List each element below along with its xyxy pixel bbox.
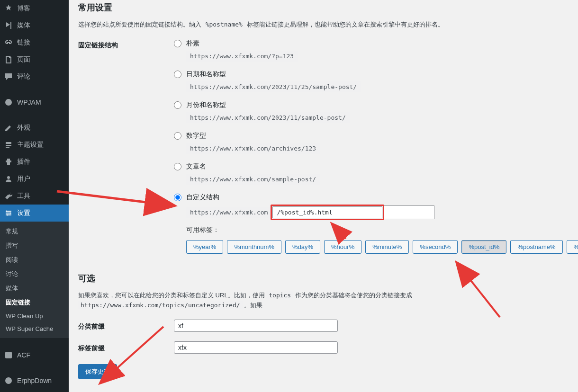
svg-point-1 [7, 176, 10, 179]
menu-separator [0, 111, 69, 119]
pin-icon [4, 4, 13, 13]
radio-label: 数字型 [186, 132, 206, 140]
radio-input-postname[interactable] [174, 163, 181, 170]
desc-text: 如果您喜欢，您可以在此给您的分类和标签自定义 URL。比如，使用 [78, 292, 266, 299]
menu-label: 链接 [17, 38, 30, 47]
radio-label: 自定义结构 [186, 193, 219, 202]
custom-permalink-input-row: https://www.xfxmk.com [186, 205, 578, 220]
radio-label: 朴素 [186, 39, 199, 48]
menu-label: 博客 [17, 4, 30, 13]
menu-item-links[interactable]: 链接 [0, 34, 69, 51]
radio-input-dayname[interactable] [174, 71, 181, 78]
submenu-item-permalinks[interactable]: 固定链接 [0, 295, 69, 310]
topics-code: topics [266, 291, 293, 299]
radio-label: 月份和名称型 [186, 101, 226, 109]
menu-item-settings[interactable]: 设置 [0, 205, 69, 222]
generic-icon [4, 98, 13, 107]
menu-label: ErphpDown [17, 377, 52, 384]
annotation-highlight-box [271, 205, 384, 220]
custom-prefix-code: https://www.xfxmk.com [186, 207, 271, 218]
permalink-radio-numeric[interactable]: 数字型 [174, 132, 578, 140]
example-code: https://www.xfxmk.com/archives/123 [186, 143, 320, 154]
menu-label: 评论 [17, 72, 30, 81]
permalink-radio-dayname[interactable]: 日期和名称型 [174, 70, 578, 79]
menu-label: WPJAM [17, 98, 41, 106]
tag-button-monthnum[interactable]: %monthnum% [227, 240, 281, 254]
page-icon [4, 55, 13, 64]
menu-item-pages[interactable]: 页面 [0, 51, 69, 68]
svg-point-4 [7, 214, 9, 216]
radio-label: 文章名 [186, 162, 206, 171]
submenu-item-discussion[interactable]: 讨论 [0, 267, 69, 281]
user-icon [4, 174, 13, 184]
menu-item-tools[interactable]: 工具 [0, 187, 69, 205]
menu-item-acf[interactable]: ACF [0, 347, 69, 364]
permalink-example-plain: https://www.xfxmk.com/?p=123 [186, 51, 578, 62]
permalink-radio-postname[interactable]: 文章名 [174, 162, 578, 171]
submenu-item-general[interactable]: 常规 [0, 224, 69, 239]
menu-item-themesettings[interactable]: 主题设置 [0, 136, 69, 153]
radio-input-plain[interactable] [174, 40, 181, 47]
permalink-radio-monthname[interactable]: 月份和名称型 [174, 101, 578, 109]
example-code: https://www.xfxmk.com/2023/11/sample-pos… [186, 112, 350, 123]
menu-separator [0, 85, 69, 94]
category-prefix-row: 分类前缀 [78, 320, 569, 332]
tag-prefix-input[interactable] [174, 341, 338, 354]
submenu-item-media[interactable]: 媒体 [0, 281, 69, 295]
desc-text: 作为您的分类基础将会使您的分类链接变成 [295, 292, 412, 299]
save-changes-button[interactable]: 保存更改 [78, 364, 117, 379]
generic-icon [4, 376, 13, 385]
submenu-item-wpcleanup[interactable]: WP Clean Up [0, 310, 69, 322]
menu-item-users[interactable]: 用户 [0, 170, 69, 187]
tag-button-postid[interactable]: %post_id% [461, 240, 506, 254]
category-prefix-input[interactable] [174, 320, 338, 332]
menu-item-appearance[interactable]: 外观 [0, 119, 69, 136]
tag-button-year[interactable]: %year% [186, 240, 223, 254]
tool-icon [4, 191, 13, 201]
common-settings-heading: 常用设置 [78, 2, 569, 13]
submenu-item-wpsupercache[interactable]: WP Super Cache [0, 322, 69, 335]
common-settings-desc: 选择您的站点所要使用的固定链接结构。纳入 %postname% 标签能让链接更易… [78, 20, 569, 30]
tag-button-second[interactable]: %second% [413, 240, 458, 254]
menu-item-erphpdown[interactable]: ErphpDown [0, 372, 69, 389]
permalink-structure-field: 朴素 https://www.xfxmk.com/?p=123 日期和名称型 h… [174, 39, 578, 254]
link-icon [4, 38, 13, 47]
radio-input-custom[interactable] [174, 194, 181, 201]
tag-prefix-label: 标签前缀 [78, 342, 174, 353]
menu-item-media[interactable]: 媒体 [0, 17, 69, 34]
svg-point-0 [5, 99, 12, 106]
svg-point-6 [5, 377, 12, 384]
tag-button-hour[interactable]: %hour% [324, 240, 361, 254]
permalink-structure-row: 固定链接结构 朴素 https://www.xfxmk.com/?p=123 日… [78, 39, 569, 254]
menu-item-wpjam[interactable]: WPJAM [0, 94, 69, 111]
menu-separator [0, 338, 69, 347]
optional-desc: 如果您喜欢，您可以在此给您的分类和标签自定义 URL。比如，使用 topics … [78, 291, 569, 311]
menu-item-plugins[interactable]: 插件 [0, 153, 69, 170]
content-area: 常用设置 选择您的站点所要使用的固定链接结构。纳入 %postname% 标签能… [69, 0, 578, 392]
menu-item-blog[interactable]: 博客 [0, 0, 69, 17]
radio-input-numeric[interactable] [174, 132, 181, 140]
menu-label: 工具 [17, 192, 30, 200]
permalink-example-postname: https://www.xfxmk.com/sample-post/ [186, 174, 578, 185]
permalink-radio-custom[interactable]: 自定义结构 [174, 193, 578, 202]
permalink-radio-plain[interactable]: 朴素 [174, 39, 578, 48]
submenu-item-writing[interactable]: 撰写 [0, 239, 69, 253]
custom-permalink-input[interactable] [272, 206, 382, 218]
tag-button-postname[interactable]: %postname% [510, 240, 562, 254]
admin-sidebar: 博客 媒体 链接 页面 评论 WPJAM 外观 主题设置 插件 用户 工具 [0, 0, 69, 392]
submenu-item-reading[interactable]: 阅读 [0, 253, 69, 267]
menu-separator [0, 364, 69, 372]
plugin-icon [4, 157, 13, 167]
radio-input-monthname[interactable] [174, 101, 181, 109]
desc-text: 选择您的站点所要使用的固定链接结构。纳入 [78, 21, 203, 28]
postname-tag-code: %postname% [203, 20, 245, 28]
appearance-icon [4, 123, 13, 133]
example-code: https://www.xfxmk.com/sample-post/ [186, 174, 320, 185]
tag-button-minute[interactable]: %minute% [365, 240, 409, 254]
media-icon [4, 21, 13, 30]
tag-button-category[interactable]: %category% [567, 240, 578, 254]
menu-label: 媒体 [17, 21, 30, 30]
tag-button-day[interactable]: %day% [285, 240, 320, 254]
acf-icon [4, 350, 13, 360]
menu-item-comments[interactable]: 评论 [0, 68, 69, 85]
